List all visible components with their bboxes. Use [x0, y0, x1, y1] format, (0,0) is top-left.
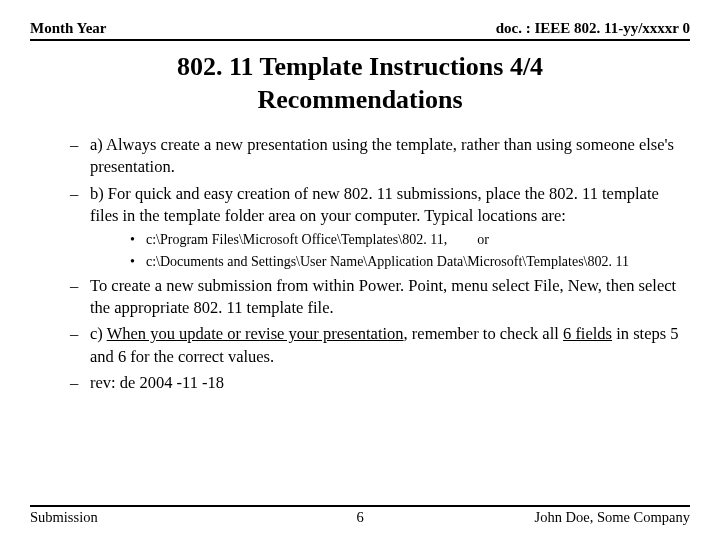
title-line-1: 802. 11 Template Instructions 4/4 — [177, 52, 543, 81]
item-a-text: a) Always create a new presentation usin… — [90, 134, 680, 179]
header-left: Month Year — [30, 20, 107, 37]
footer-bar: Submission 6 John Doe, Some Company — [30, 505, 690, 526]
c-underlined: When you update or revise your presentat… — [107, 324, 404, 343]
sub-list-item: • c:\Documents and Settings\User Name\Ap… — [130, 253, 650, 272]
body-content: – a) Always create a new presentation us… — [30, 134, 690, 394]
list-item: – rev: de 2004 -11 -18 — [70, 372, 680, 394]
sub1-text: c:\Program Files\Microsoft Office\Templa… — [146, 231, 650, 250]
bullet-icon: • — [130, 253, 146, 272]
header-right: doc. : IEEE 802. 11-yy/xxxxr 0 — [496, 20, 690, 37]
sub1-or: or — [477, 232, 489, 247]
sub2-text: c:\Documents and Settings\User Name\Appl… — [146, 253, 650, 272]
title-line-2: Recommendations — [257, 85, 462, 114]
header-bar: Month Year doc. : IEEE 802. 11-yy/xxxxr … — [30, 20, 690, 41]
sub-list: • c:\Program Files\Microsoft Office\Temp… — [70, 231, 680, 272]
footer-page-number: 6 — [356, 509, 363, 526]
page-title: 802. 11 Template Instructions 4/4 Recomm… — [30, 51, 690, 116]
c-mid: , remember to check all — [404, 324, 563, 343]
c-prefix: c) — [90, 324, 107, 343]
c-fields: 6 fields — [563, 324, 612, 343]
dash-icon: – — [70, 275, 90, 320]
item-rev-text: rev: de 2004 -11 -18 — [90, 372, 224, 394]
item-c-text: c) When you update or revise your presen… — [90, 323, 680, 368]
item-b-text: b) For quick and easy creation of new 80… — [90, 183, 680, 228]
footer-left: Submission — [30, 509, 98, 526]
list-item: – a) Always create a new presentation us… — [70, 134, 680, 179]
sub-list-item: • c:\Program Files\Microsoft Office\Temp… — [130, 231, 650, 250]
dash-icon: – — [70, 183, 90, 228]
dash-icon: – — [70, 323, 90, 368]
dash-icon: – — [70, 134, 90, 179]
list-item: – To create a new submission from within… — [70, 275, 680, 320]
bullet-icon: • — [130, 231, 146, 250]
sub1-path: c:\Program Files\Microsoft Office\Templa… — [146, 232, 447, 247]
item-newsub-text: To create a new submission from within P… — [90, 275, 680, 320]
dash-icon: – — [70, 372, 90, 394]
footer-right: John Doe, Some Company — [535, 509, 690, 526]
list-item: – c) When you update or revise your pres… — [70, 323, 680, 368]
list-item: – b) For quick and easy creation of new … — [70, 183, 680, 228]
